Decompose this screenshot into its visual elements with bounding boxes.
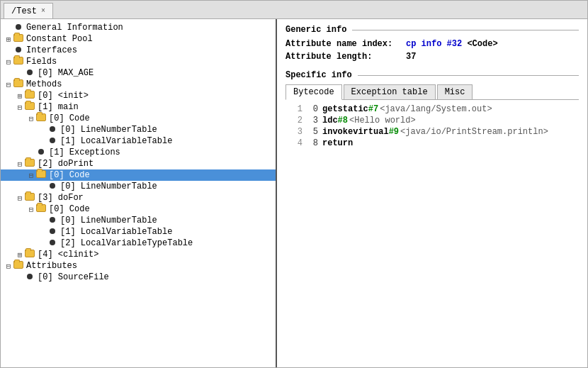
bytecode-line: 10getstatic #7 <java/lang/System.out> [291,104,573,114]
tree-node-label: [1] Exceptions [49,147,120,157]
expand-btn-method-doprint[interactable]: ⊟ [15,160,25,169]
right-panel: Generic info Attribute name index: cp in… [277,19,587,367]
expand-btn-dofor-code-lnt[interactable] [38,217,47,225]
cp-info-link[interactable]: cp info #32 [406,39,462,49]
tree-item-method-main[interactable]: ⊟[1] main [1,101,276,113]
file-tab[interactable]: /Test × [4,3,53,18]
tree-node-label: [0] Code [49,204,90,214]
expand-btn-general-info[interactable] [4,24,13,32]
bc-linenum: 2 [291,116,303,126]
expand-btn-method-main[interactable]: ⊟ [15,103,25,112]
specific-info-header: Specific info [285,70,579,80]
bc-offset: 3 [305,116,318,126]
dot-icon [47,227,59,237]
bc-opcode: return [322,138,353,148]
bc-ref[interactable]: #8 [338,116,348,126]
dot-icon [13,45,25,55]
tab-close-button[interactable]: × [41,7,45,15]
generic-info-section: Generic info Attribute name index: cp in… [277,19,587,67]
tree-item-method-clinit[interactable]: ⊞[4] <clinit> [1,249,276,260]
folder-icon [36,113,47,123]
generic-info-header: Generic info [285,25,579,35]
folder-icon [25,102,36,112]
tree-item-method-init[interactable]: ⊞[0] <init> [1,90,276,101]
expand-btn-main-code-lnt[interactable] [38,126,47,134]
content-tab-bytecode[interactable]: Bytecode [285,84,342,100]
bc-offset: 5 [305,127,318,137]
bc-desc: <java/lang/System.out> [380,104,492,114]
tree-item-fields[interactable]: ⊟Fields [1,56,276,67]
expand-btn-dofor-code[interactable]: ⊟ [26,205,36,214]
tree-item-dofor-code-lvt[interactable]: [1] LocalVariableTable [1,226,276,238]
tree-node-label: General Information [26,23,123,33]
expand-btn-method-init[interactable]: ⊞ [15,91,25,101]
bc-ref[interactable]: #9 [389,127,399,137]
attr-name-row: Attribute name index: cp info #32 <Code> [285,39,579,49]
folder-icon [36,170,47,180]
tree-node-label: [0] MAX_AGE [38,68,94,78]
bc-ref[interactable]: #7 [368,104,378,114]
specific-info-title: Specific info [285,70,358,80]
tree-item-main-code[interactable]: ⊟[0] Code [1,113,276,124]
tree-node-label: [1] main [38,102,79,112]
expand-btn-fields[interactable]: ⊟ [4,57,13,67]
folder-icon [25,193,36,203]
folder-icon [25,250,36,260]
dot-icon [47,136,59,146]
expand-btn-dofor-code-lvt[interactable] [38,228,47,236]
tree-item-fields-max-age[interactable]: [0] MAX_AGE [1,67,276,79]
expand-btn-dofor-code-lvtt[interactable] [38,240,47,247]
generic-info-title: Generic info [285,25,352,35]
tree-item-attributes[interactable]: ⊟Attributes [1,260,276,272]
bytecode-panel: 10getstatic #7 <java/lang/System.out>23l… [285,100,579,364]
bytecode-line: 23ldc #8 <Hello world> [291,116,573,126]
dot-icon [36,147,47,157]
expand-btn-main-exceptions[interactable] [26,149,36,157]
expand-btn-attributes[interactable]: ⊟ [4,262,13,271]
tree-node-label: [0] LineNumberTable [60,216,157,225]
expand-btn-method-dofor[interactable]: ⊟ [15,194,25,203]
tree-item-interfaces[interactable]: Interfaces [1,45,276,56]
expand-btn-fields-max-age[interactable] [15,69,25,77]
expand-btn-doprint-code-lnt[interactable] [38,183,47,191]
expand-btn-method-clinit[interactable]: ⊞ [15,250,25,260]
tree-item-dofor-code-lvtt[interactable]: [2] LocalVariableTypeTable [1,238,276,249]
dot-icon [47,182,59,191]
expand-btn-main-code-lvt[interactable] [38,138,47,145]
tree-node-label: Fields [26,57,57,67]
tree-node-label: [0] <init> [38,91,89,101]
bc-opcode: invokevirtual [322,127,389,137]
tree-item-main-code-lvt[interactable]: [1] LocalVariableTable [1,135,276,147]
expand-btn-methods[interactable]: ⊟ [4,80,13,89]
tree-item-doprint-code-lnt[interactable]: [0] LineNumberTable [1,181,276,192]
expand-btn-attr-sourcefile[interactable] [15,274,25,281]
tree-item-method-doprint[interactable]: ⊟[2] doPrint [1,158,276,169]
tree-item-main-exceptions[interactable]: [1] Exceptions [1,147,276,158]
dot-icon [47,125,59,135]
specific-info-divider [358,75,579,76]
tree-node-label: [4] <clinit> [38,250,98,260]
tree-node-label: Attributes [26,261,77,271]
expand-btn-doprint-code[interactable]: ⊟ [26,171,36,180]
tree-item-dofor-code[interactable]: ⊟[0] Code [1,203,276,215]
tree-item-attr-sourcefile[interactable]: [0] SourceFile [1,272,276,283]
expand-btn-main-code[interactable]: ⊟ [26,114,36,123]
tree-item-general-info[interactable]: General Information [1,22,276,33]
tree-item-method-dofor[interactable]: ⊟[3] doFor [1,192,276,203]
attr-length-label: Attribute length: [285,52,406,62]
tree-item-main-code-lnt[interactable]: [0] LineNumberTable [1,124,276,135]
expand-btn-interfaces[interactable] [4,47,13,55]
bc-desc: <java/io/PrintStream.println> [400,127,548,137]
attr-name-value: cp info #32 <Code> [406,39,498,49]
tree-item-dofor-code-lnt[interactable]: [0] LineNumberTable [1,215,276,226]
content-tab-misc[interactable]: Misc [437,84,473,99]
main-window: /Test × General Information⊞Constant Poo… [0,0,588,368]
bytecode-line: 48return [291,138,573,148]
content-tabs-bar: BytecodeException tableMisc [285,84,579,100]
tree-item-methods[interactable]: ⊟Methods [1,79,276,90]
tree-node-label: Interfaces [26,45,77,55]
tree-item-doprint-code[interactable]: ⊟[0] Code [1,169,276,181]
tree-item-constant-pool[interactable]: ⊞Constant Pool [1,33,276,45]
expand-btn-constant-pool[interactable]: ⊞ [4,35,13,44]
content-tab-exception-table[interactable]: Exception table [344,84,436,99]
